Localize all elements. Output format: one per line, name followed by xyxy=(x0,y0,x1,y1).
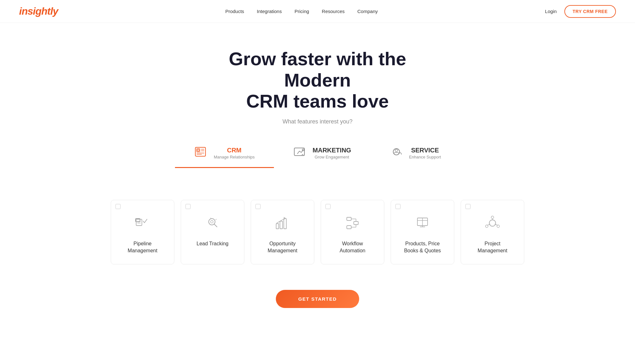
nav-resources[interactable]: Resources xyxy=(322,9,345,14)
card-project-label: Project Management xyxy=(478,240,507,255)
get-started-button[interactable]: GET STARTED xyxy=(276,290,359,308)
logo[interactable]: insightly xyxy=(19,5,58,17)
service-icon xyxy=(389,145,405,161)
card-pipeline-label: Pipeline Management xyxy=(128,240,157,255)
svg-rect-25 xyxy=(347,226,351,229)
lead-tracking-icon xyxy=(204,215,221,233)
card-opportunity-checkbox[interactable] xyxy=(255,204,261,209)
tab-crm-title: CRM xyxy=(214,147,255,154)
feature-tabs: CRM Manage Relationships MARKETING Grow … xyxy=(13,141,622,168)
svg-point-37 xyxy=(491,216,494,219)
card-lead-tracking[interactable]: Lead Tracking xyxy=(181,200,244,264)
card-opportunity[interactable]: Opportunity Management xyxy=(251,200,314,264)
card-price-books[interactable]: Products, Price Books & Quotes xyxy=(391,200,454,264)
price-books-icon xyxy=(414,215,431,233)
tab-marketing[interactable]: MARKETING Grow Engagement xyxy=(274,141,370,168)
tab-marketing-title: MARKETING xyxy=(313,147,351,154)
svg-rect-22 xyxy=(280,221,283,229)
hero-section: Grow faster with the Modern CRM teams lo… xyxy=(0,23,635,197)
workflow-icon xyxy=(344,215,361,233)
card-workflow[interactable]: Workflow Automation xyxy=(321,200,384,264)
svg-point-36 xyxy=(489,220,496,226)
project-icon xyxy=(484,215,501,233)
login-button[interactable]: Login xyxy=(545,9,557,14)
cta-section: GET STARTED xyxy=(0,284,635,333)
card-workflow-checkbox[interactable] xyxy=(325,204,331,209)
svg-rect-26 xyxy=(354,221,358,225)
card-project[interactable]: Project Management xyxy=(461,200,524,264)
pipeline-icon xyxy=(134,215,151,233)
nav-actions: Login TRY CRM FREE xyxy=(545,5,616,18)
tab-service-sub: Enhance Support xyxy=(409,155,441,159)
tab-marketing-sub: Grow Engagement xyxy=(313,155,351,159)
svg-point-10 xyxy=(395,149,398,152)
card-price-books-checkbox[interactable] xyxy=(395,204,401,209)
nav-links: Products Integrations Pricing Resources … xyxy=(225,9,378,14)
nav-pricing[interactable]: Pricing xyxy=(295,9,309,14)
nav-products[interactable]: Products xyxy=(225,9,244,14)
svg-rect-23 xyxy=(284,219,286,229)
svg-point-17 xyxy=(211,220,213,223)
card-pipeline-checkbox[interactable] xyxy=(115,204,121,209)
tab-crm[interactable]: CRM Manage Relationships xyxy=(175,141,274,168)
nav-integrations[interactable]: Integrations xyxy=(257,9,282,14)
card-workflow-label: Workflow Automation xyxy=(340,240,366,255)
card-opportunity-label: Opportunity Management xyxy=(268,240,297,255)
navbar: insightly Products Integrations Pricing … xyxy=(0,0,635,23)
card-project-checkbox[interactable] xyxy=(465,204,471,209)
hero-subtitle: What features interest you? xyxy=(13,118,622,125)
opportunity-icon xyxy=(274,215,291,233)
svg-line-20 xyxy=(216,219,216,220)
tab-service[interactable]: SERVICE Enhance Support xyxy=(370,141,460,168)
card-lead-label: Lead Tracking xyxy=(197,240,229,247)
try-crm-button[interactable]: TRY CRM FREE xyxy=(564,5,616,18)
hero-heading: Grow faster with the Modern CRM teams lo… xyxy=(206,48,429,112)
card-price-books-label: Products, Price Books & Quotes xyxy=(404,240,441,255)
card-pipeline[interactable]: Pipeline Management xyxy=(111,200,174,264)
feature-cards-row: Pipeline Management Lead Tracking xyxy=(0,197,635,284)
svg-rect-21 xyxy=(276,224,279,229)
tab-crm-sub: Manage Relationships xyxy=(214,155,255,159)
svg-rect-24 xyxy=(347,217,351,220)
tab-service-title: SERVICE xyxy=(409,147,441,154)
svg-line-18 xyxy=(214,224,217,227)
card-lead-checkbox[interactable] xyxy=(185,204,191,209)
svg-rect-13 xyxy=(136,219,142,226)
crm-icon xyxy=(194,145,209,161)
nav-company[interactable]: Company xyxy=(357,9,378,14)
svg-point-2 xyxy=(197,149,199,151)
marketing-icon xyxy=(293,145,308,161)
